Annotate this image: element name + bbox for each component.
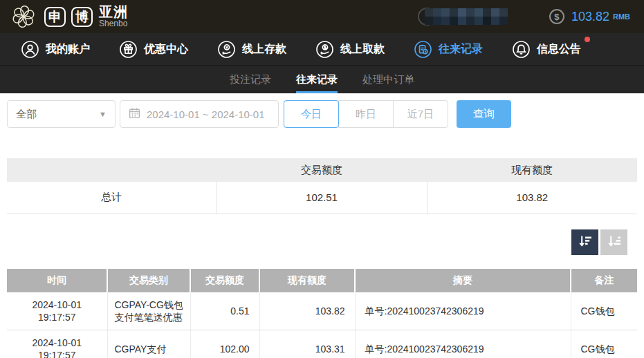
col-remark: 备注 bbox=[571, 269, 637, 292]
transactions-table: 时间 交易类别 交易额度 现有额度 摘要 备注 2024-10-01 19:17… bbox=[7, 269, 637, 358]
table-header-row: 时间 交易类别 交易额度 现有额度 摘要 备注 bbox=[7, 269, 637, 292]
col-summary: 摘要 bbox=[355, 269, 571, 292]
nav-label: 往来记录 bbox=[439, 42, 483, 57]
date-range-value: 2024-10-01 ~ 2024-10-01 bbox=[147, 109, 265, 120]
brand-subtitle: Shenbo bbox=[99, 19, 128, 28]
deposit-icon bbox=[217, 40, 236, 59]
balance-currency: RMB bbox=[613, 12, 630, 21]
cell-type: CGPAY-CG钱包支付笔笔送优惠 bbox=[107, 292, 190, 330]
table-row: 2024-10-01 19:17:57 CGPAY支付 102.00 103.3… bbox=[7, 330, 637, 358]
bell-icon bbox=[512, 40, 531, 59]
user-icon bbox=[21, 40, 39, 59]
nav-item-my-account[interactable]: 我的账户 bbox=[21, 40, 90, 59]
cell-balance: 103.82 bbox=[259, 292, 355, 330]
summary-header-balance: 现有额度 bbox=[427, 158, 637, 182]
col-time: 时间 bbox=[7, 269, 107, 292]
quick-date-buttons: 今日 昨日 近7日 bbox=[284, 100, 448, 128]
main-nav: 我的账户 优惠中心 线上存款 bbox=[0, 33, 644, 66]
brand-char-1: 申 bbox=[44, 7, 66, 27]
top-header: 申 博 亚洲 Shenbo $ 103.82 RMB bbox=[0, 0, 644, 33]
summary-total-row: 总计 102.51 103.82 bbox=[7, 182, 637, 214]
cell-time: 2024-10-01 19:17:57 bbox=[7, 292, 107, 330]
notification-badge-dot bbox=[585, 37, 590, 42]
balance-display: $ 103.82 RMB bbox=[549, 9, 630, 24]
cell-amount: 0.51 bbox=[190, 292, 259, 330]
flower-logo-icon bbox=[8, 1, 39, 32]
cell-remark: CG钱包 bbox=[571, 292, 637, 330]
summary-table: 交易额度 现有额度 总计 102.51 103.82 bbox=[7, 158, 637, 214]
user-menu[interactable] bbox=[418, 8, 508, 26]
today-button[interactable]: 今日 bbox=[284, 100, 339, 128]
brand-region: 亚洲 bbox=[99, 5, 128, 19]
col-type: 交易类别 bbox=[107, 269, 190, 292]
cell-type: CGPAY支付 bbox=[107, 330, 190, 358]
summary-header-trade: 交易额度 bbox=[217, 158, 427, 182]
nav-item-deposit[interactable]: 线上存款 bbox=[217, 40, 286, 59]
summary-header-empty bbox=[7, 158, 217, 182]
type-filter-select[interactable]: 全部 ▼ bbox=[7, 100, 116, 128]
censored-username bbox=[425, 8, 508, 25]
query-button[interactable]: 查询 bbox=[457, 100, 511, 128]
balance-amount: 103.82 bbox=[571, 10, 609, 24]
col-amount: 交易额度 bbox=[190, 269, 259, 292]
records-icon bbox=[414, 40, 432, 59]
nav-item-transaction-records[interactable]: 往来记录 bbox=[414, 40, 483, 59]
tab-transaction-records[interactable]: 往来记录 bbox=[296, 66, 338, 93]
gift-icon bbox=[119, 40, 138, 59]
cell-time: 2024-10-01 19:17:57 bbox=[7, 330, 107, 358]
nav-label: 线上取款 bbox=[340, 42, 385, 57]
cell-summary: 单号:202410023742306219 bbox=[355, 330, 571, 358]
nav-label: 优惠中心 bbox=[144, 42, 188, 57]
calendar-icon bbox=[129, 107, 140, 121]
tab-betting-records[interactable]: 投注记录 bbox=[230, 66, 271, 93]
chevron-down-icon: ▼ bbox=[99, 110, 107, 118]
sort-descending-button[interactable] bbox=[571, 229, 598, 255]
summary-header-row: 交易额度 现有额度 bbox=[7, 158, 637, 182]
summary-balance-total: 103.82 bbox=[427, 182, 637, 214]
brand-char-2: 博 bbox=[71, 7, 93, 27]
summary-trade-total: 102.51 bbox=[217, 182, 427, 214]
nav-label: 线上存款 bbox=[242, 42, 286, 57]
table-row: 2024-10-01 19:17:57 CGPAY-CG钱包支付笔笔送优惠 0.… bbox=[7, 292, 637, 330]
withdraw-icon bbox=[315, 40, 334, 59]
tab-pending-orders[interactable]: 处理中订单 bbox=[362, 66, 414, 93]
cell-remark: CG钱包 bbox=[571, 330, 637, 358]
sub-nav: 投注记录 往来记录 处理中订单 bbox=[0, 66, 644, 93]
nav-item-announcements[interactable]: 信息公告 bbox=[512, 40, 581, 59]
brand-logo: 申 博 亚洲 Shenbo bbox=[8, 1, 128, 32]
nav-item-withdraw[interactable]: 线上取款 bbox=[315, 40, 385, 59]
sort-ascending-button[interactable] bbox=[600, 229, 627, 255]
main-content: 全部 ▼ 2024-10-01 ~ 2024-10-01 今日 昨日 近7日 查… bbox=[0, 93, 644, 358]
cell-summary: 单号:202410023742306219 bbox=[355, 292, 571, 330]
yesterday-button[interactable]: 昨日 bbox=[338, 100, 394, 128]
nav-label: 信息公告 bbox=[537, 42, 581, 57]
summary-total-label: 总计 bbox=[7, 182, 217, 214]
sort-controls bbox=[7, 229, 637, 255]
filter-bar: 全部 ▼ 2024-10-01 ~ 2024-10-01 今日 昨日 近7日 查… bbox=[7, 100, 637, 128]
type-filter-value: 全部 bbox=[16, 108, 37, 121]
cell-balance: 103.31 bbox=[259, 330, 355, 358]
dollar-coin-icon: $ bbox=[549, 9, 564, 24]
cell-amount: 102.00 bbox=[190, 330, 259, 358]
nav-item-promotions[interactable]: 优惠中心 bbox=[119, 40, 188, 59]
date-range-input[interactable]: 2024-10-01 ~ 2024-10-01 bbox=[120, 100, 279, 128]
col-balance: 现有额度 bbox=[259, 269, 355, 292]
nav-label: 我的账户 bbox=[46, 42, 90, 57]
last7days-button[interactable]: 近7日 bbox=[393, 100, 448, 128]
